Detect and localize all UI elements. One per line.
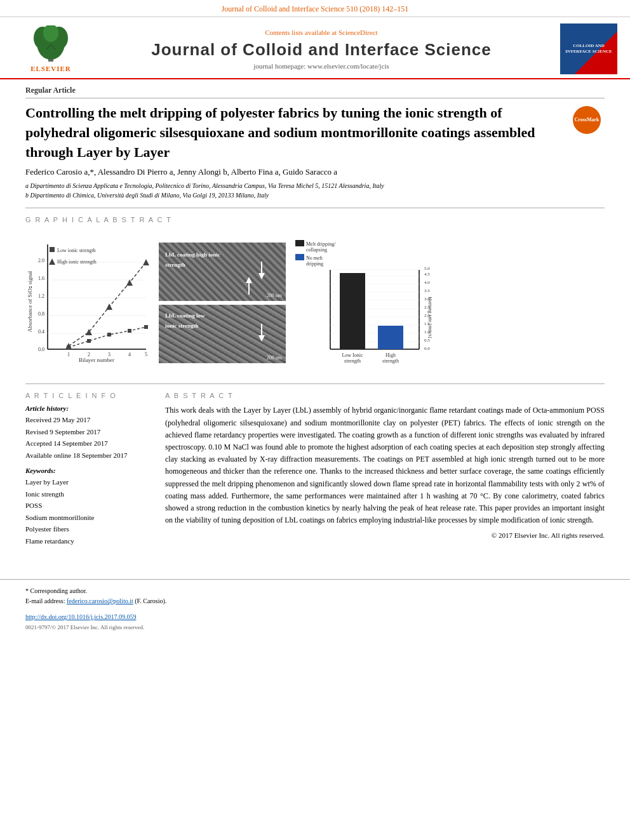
svg-text:2.5: 2.5	[424, 305, 430, 310]
doi-line: http://dx.doi.org/10.1016/j.jcis.2017.09…	[25, 611, 605, 622]
journal-logo-right: COLLOID AND INTERFACE SCIENCE	[554, 23, 617, 74]
svg-rect-50	[295, 254, 304, 260]
svg-text:0.4: 0.4	[38, 329, 44, 335]
micro-low-ionic: LbL coating lowionic strength 200 nm	[159, 305, 286, 363]
email-link[interactable]: federico.carosio@polito.it	[67, 597, 133, 604]
abstract-divider	[25, 383, 605, 384]
issn-copyright: 0021-9797/© 2017 Elsevier Inc. All right…	[25, 624, 605, 630]
svg-marker-46	[258, 335, 265, 342]
svg-text:0.5: 0.5	[424, 338, 430, 343]
footer-section: * Corresponding author. E-mail address: …	[0, 579, 630, 637]
abstract-section: A B S T R A C T This work deals with the…	[165, 392, 605, 547]
svg-text:0.0: 0.0	[424, 346, 430, 351]
authors-line: Federico Carosio a,*, Alessandro Di Pier…	[25, 167, 605, 177]
absorbance-chart: Absorbance of SiO₂ signal Bilayer number…	[25, 238, 152, 368]
article-history-label: Article history:	[25, 404, 152, 412]
svg-text:2: 2	[88, 352, 90, 357]
arrow-up-icon	[244, 277, 254, 295]
doi-link[interactable]: http://dx.doi.org/10.1016/j.jcis.2017.09…	[25, 613, 137, 620]
svg-text:collapsing: collapsing	[306, 247, 327, 253]
journal-reference-bar: Journal of Colloid and Interface Science…	[0, 0, 630, 17]
svg-text:2.0: 2.0	[38, 258, 44, 263]
article-info-heading: A R T I C L E I N F O	[25, 392, 152, 399]
science-direct-link-text[interactable]: ScienceDirect	[338, 29, 378, 36]
main-content: Regular Article Controlling the melt dri…	[0, 79, 630, 560]
journal-header-center: Contents lists available at ScienceDirec…	[89, 29, 554, 70]
abstract-heading: A B S T R A C T	[165, 392, 605, 399]
journal-homepage: journal homepage: www.elsevier.com/locat…	[89, 62, 554, 70]
keyword-6: Flame retardancy	[25, 536, 152, 547]
svg-text:1.5: 1.5	[424, 321, 430, 326]
article-info-column: A R T I C L E I N F O Article history: R…	[25, 392, 152, 547]
svg-rect-30	[128, 329, 131, 333]
keywords-label: Keywords:	[25, 467, 152, 474]
arrow-down-icon-2	[257, 324, 267, 342]
svg-text:Low Ionic: Low Ionic	[342, 352, 363, 358]
elsevier-logo-left: ELSEVIER	[13, 25, 89, 72]
svg-text:3: 3	[108, 352, 111, 357]
affiliation-b: b Dipartimento di Chimica, Università de…	[25, 190, 605, 200]
microscopy-images: LbL coating high ionicstrength 200 nm Lb…	[159, 243, 286, 363]
svg-text:strength: strength	[382, 358, 399, 364]
svg-rect-31	[144, 325, 148, 329]
micro-high-scale: 200 nm	[267, 293, 282, 298]
svg-marker-42	[258, 273, 265, 279]
svg-rect-37	[50, 247, 55, 252]
copyright-notice: © 2017 Elsevier Inc. All rights reserved…	[165, 531, 605, 539]
crossmark-badge[interactable]: CrossMark	[573, 106, 601, 134]
bar-chart-area: Melt dripping/ collapsing No melt drippi…	[292, 235, 605, 371]
affiliations: a Dipartimento di Scienza Applicata e Te…	[25, 181, 605, 200]
micro-high-ionic: LbL coating high ionicstrength 200 nm	[159, 243, 286, 301]
graphical-abstract-heading: G R A P H I C A L A B S T R A C T	[25, 216, 605, 223]
svg-marker-34	[106, 303, 112, 310]
svg-text:5.0: 5.0	[424, 266, 430, 271]
abstract-text: This work deals with the Layer by Layer …	[165, 404, 605, 526]
svg-text:3.0: 3.0	[424, 297, 430, 302]
svg-text:4.0: 4.0	[424, 280, 430, 285]
received-date: Received 29 May 2017	[25, 415, 152, 425]
keyword-3: POSS	[25, 500, 152, 511]
journal-ref-link[interactable]: Journal of Colloid and Interface Science…	[222, 4, 409, 13]
keyword-4: Sodium montmorillonite	[25, 512, 152, 523]
svg-rect-47	[295, 240, 304, 246]
keyword-2: Ionic strength	[25, 489, 152, 500]
svg-text:1: 1	[67, 352, 70, 357]
svg-rect-29	[107, 333, 111, 337]
crossmark-container[interactable]: CrossMark	[573, 106, 605, 134]
journal-cover-thumbnail: COLLOID AND INTERFACE SCIENCE	[560, 23, 617, 74]
svg-text:1.2: 1.2	[38, 293, 44, 299]
article-title: Controlling the melt dripping of polyest…	[25, 103, 566, 162]
available-online-date: Available online 18 September 2017	[25, 450, 152, 461]
svg-text:5: 5	[145, 352, 147, 357]
micro-low-label: LbL coating lowionic strength	[165, 310, 205, 330]
affiliation-a: a Dipartimento di Scienza Applicata e Te…	[25, 181, 605, 190]
elsevier-tree-icon	[29, 25, 73, 63]
revised-date: Revised 9 September 2017	[25, 427, 152, 437]
keyword-5: Polyester fibers	[25, 524, 152, 535]
burning-rate-chart-svg: Melt dripping/ collapsing No melt drippi…	[292, 235, 432, 368]
svg-text:0.0: 0.0	[38, 347, 44, 352]
science-direct-label: Contents lists available at ScienceDirec…	[89, 29, 554, 36]
keywords-section: Keywords: Layer by Layer Ionic strength …	[25, 467, 152, 546]
svg-rect-78	[340, 273, 365, 349]
svg-rect-79	[378, 326, 403, 349]
svg-text:Bilayer number: Bilayer number	[79, 357, 114, 363]
svg-text:0.8: 0.8	[38, 311, 44, 317]
svg-marker-32	[65, 343, 72, 349]
svg-text:1.6: 1.6	[38, 276, 44, 281]
svg-rect-28	[87, 339, 91, 343]
elsevier-wordmark: ELSEVIER	[30, 65, 71, 72]
journal-header: ELSEVIER Contents lists available at Sci…	[0, 17, 630, 79]
svg-text:High ionic strength: High ionic strength	[57, 259, 97, 265]
article-title-row: Controlling the melt dripping of polyest…	[25, 103, 605, 162]
keyword-1: Layer by Layer	[25, 477, 152, 488]
svg-text:High: High	[385, 352, 396, 358]
svg-text:4.5: 4.5	[424, 272, 430, 277]
svg-text:2.0: 2.0	[424, 313, 430, 318]
svg-text:3.5: 3.5	[424, 288, 430, 293]
graphical-abstract-content: Absorbance of SiO₂ signal Bilayer number…	[25, 230, 605, 376]
accepted-date: Accepted 14 September 2017	[25, 438, 152, 449]
svg-text:No melt: No melt	[306, 255, 323, 261]
svg-text:dripping: dripping	[306, 261, 323, 267]
crossmark-label: CrossMark	[575, 117, 600, 123]
